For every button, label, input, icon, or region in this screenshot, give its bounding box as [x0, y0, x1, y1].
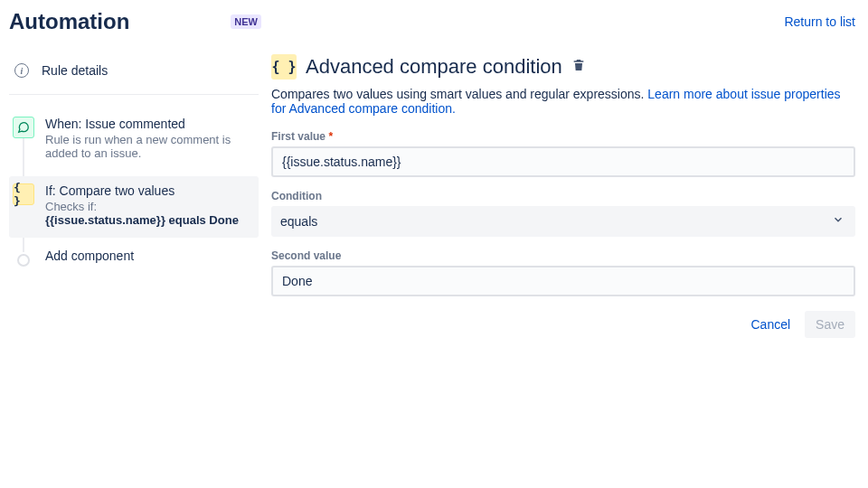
timeline-item-trigger[interactable]: When: Issue commented Rule is run when a… [9, 109, 259, 171]
trigger-subtitle: Rule is run when a new comment is added … [45, 133, 251, 160]
rule-sidebar: i Rule details When: Issue commented Rul… [0, 40, 259, 338]
add-component-label: Add component [45, 249, 251, 263]
condition-subtitle: Checks if: {{issue.status.name}} equals … [45, 200, 251, 227]
save-button[interactable]: Save [805, 311, 855, 338]
second-value-label: Second value [271, 249, 855, 262]
page-title: Automation [9, 9, 129, 34]
return-to-list-link[interactable]: Return to list [784, 14, 855, 29]
condition-label: Condition [271, 190, 855, 202]
info-icon: i [14, 63, 29, 78]
braces-icon: { } [13, 183, 34, 205]
detail-title: Advanced compare condition [306, 55, 562, 79]
timeline-item-condition[interactable]: { } If: Compare two values Checks if: {{… [9, 176, 259, 238]
trigger-title: When: Issue commented [45, 117, 251, 131]
first-value-label: First value * [271, 130, 855, 143]
condition-select[interactable]: equals [271, 206, 855, 237]
condition-selected-value: equals [271, 206, 855, 237]
rule-details-label: Rule details [42, 63, 108, 78]
delete-icon[interactable] [571, 58, 586, 76]
condition-title: If: Compare two values [45, 183, 251, 198]
braces-icon: { } [271, 54, 297, 80]
cancel-button[interactable]: Cancel [740, 311, 801, 338]
add-component-button[interactable]: Add component [9, 243, 259, 270]
comment-icon [13, 117, 34, 138]
detail-description: Compares two values using smart values a… [271, 87, 855, 116]
add-circle-icon [17, 254, 30, 267]
first-value-input[interactable] [271, 146, 855, 177]
rule-details-button[interactable]: i Rule details [9, 58, 259, 95]
detail-panel: { } Advanced compare condition Compares … [259, 40, 868, 338]
new-badge: NEW [231, 14, 261, 29]
second-value-input[interactable] [271, 266, 855, 296]
